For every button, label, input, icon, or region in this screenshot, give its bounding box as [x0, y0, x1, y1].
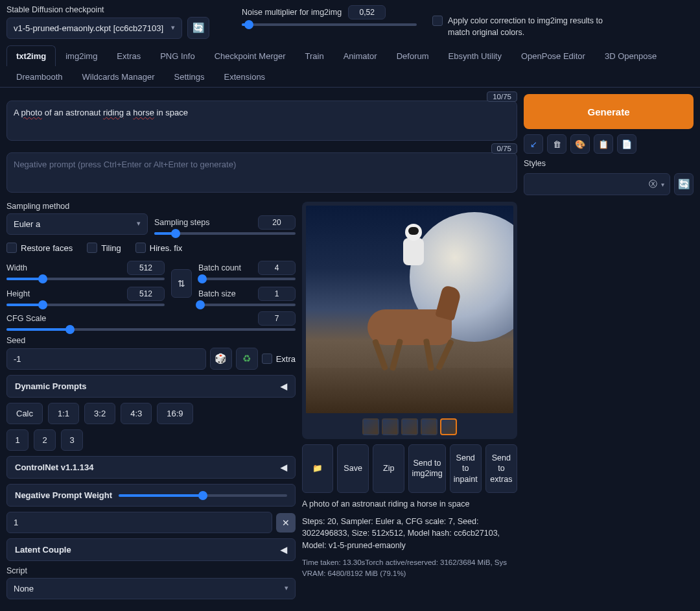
ratio-3:2[interactable]: 3:2 — [84, 403, 115, 424]
negative-prompt-input[interactable]: Negative prompt (press Ctrl+Enter or Alt… — [6, 152, 517, 193]
page-3[interactable]: 3 — [61, 429, 83, 451]
thumbnail[interactable] — [362, 418, 379, 435]
ratio-1:1[interactable]: 1:1 — [48, 403, 79, 424]
width-value[interactable]: 512 — [127, 261, 165, 275]
height-slider[interactable] — [6, 304, 165, 306]
output-caption: A photo of an astronaut riding a horse i… — [302, 498, 517, 510]
sampling-method-label: Sampling method — [6, 202, 148, 211]
ratio-4:3[interactable]: 4:3 — [121, 403, 152, 424]
neg-prompt-counter: 0/75 — [491, 143, 517, 154]
script-select[interactable]: None — [6, 578, 296, 599]
sampling-steps-label: Sampling steps — [154, 218, 209, 227]
width-slider[interactable] — [6, 278, 165, 280]
cfg-value[interactable]: 7 — [258, 311, 296, 326]
random-seed-button[interactable]: 🎲 — [210, 348, 232, 370]
refresh-checkpoint-button[interactable]: 🔄 — [187, 17, 209, 39]
tab-animator[interactable]: Animator — [334, 45, 387, 66]
tab-3d-openpose[interactable]: 3D Openpose — [595, 45, 666, 66]
cfg-slider[interactable] — [6, 328, 296, 331]
page-2[interactable]: 2 — [34, 429, 56, 451]
npw-input[interactable]: 1 — [6, 512, 272, 533]
seed-input[interactable]: -1 — [6, 348, 206, 370]
tab-png-info[interactable]: PNG Info — [150, 45, 204, 66]
trash-icon-button[interactable]: 🗑 — [547, 134, 566, 154]
swap-dimensions-button[interactable]: ⇅ — [171, 269, 192, 298]
palette-icon-button[interactable]: 🎨 — [570, 134, 590, 154]
seed-label: Seed — [6, 336, 296, 345]
thumbnail[interactable] — [421, 418, 438, 435]
thumbnail[interactable] — [401, 418, 418, 435]
thumbnail-selected[interactable] — [440, 418, 457, 435]
tab-dreambooth[interactable]: Dreambooth — [6, 66, 73, 87]
send-img2img-button[interactable]: Send to img2img — [408, 444, 445, 493]
batch-size-value[interactable]: 1 — [258, 287, 296, 301]
refresh-styles-button[interactable]: 🔄 — [674, 173, 694, 195]
noise-slider[interactable] — [242, 23, 417, 26]
prompt-input[interactable]: A photo of an astronaut riding a horse i… — [6, 101, 517, 141]
file-icon-button[interactable]: 📄 — [617, 134, 636, 154]
tiling-label: Tiling — [101, 243, 121, 253]
script-label: Script — [6, 566, 296, 575]
tab-txt2img[interactable]: txt2img — [6, 45, 56, 66]
output-meta: Steps: 20, Sampler: Euler a, CFG scale: … — [302, 516, 517, 552]
tab-extras[interactable]: Extras — [107, 45, 150, 66]
height-value[interactable]: 512 — [127, 287, 165, 301]
batch-count-slider[interactable] — [198, 278, 296, 280]
restore-faces-label: Restore faces — [21, 243, 73, 253]
npw-header: Negative Prompt Weight — [6, 484, 296, 507]
width-label: Width — [6, 263, 27, 272]
tab-wildcards-manager[interactable]: Wildcards Manager — [73, 66, 165, 87]
color-correction-checkbox[interactable] — [432, 16, 443, 26]
tab-deforum[interactable]: Deforum — [387, 45, 439, 66]
restore-faces-checkbox[interactable] — [6, 243, 17, 253]
batch-size-slider[interactable] — [198, 304, 296, 306]
output-image[interactable] — [306, 206, 513, 413]
controlnet-header[interactable]: ControlNet v1.1.134◀ — [6, 456, 296, 479]
cfg-label: CFG Scale — [6, 314, 46, 323]
collapse-left-icon: ◀ — [281, 545, 287, 555]
zip-button[interactable]: Zip — [373, 444, 404, 493]
noise-value[interactable]: 0,52 — [348, 5, 386, 19]
clipboard-icon-button[interactable]: 📋 — [594, 134, 613, 154]
noise-label: Noise multiplier for img2img — [242, 8, 342, 17]
tab-openpose-editor[interactable]: OpenPose Editor — [511, 45, 595, 66]
hires-fix-checkbox[interactable] — [135, 243, 146, 253]
sampling-steps-slider[interactable] — [154, 232, 296, 235]
open-folder-button[interactable]: 📁 — [302, 444, 333, 493]
send-inpaint-button[interactable]: Send to inpaint — [450, 444, 482, 493]
styles-select[interactable]: ⓧ — [524, 173, 670, 195]
extra-checkbox[interactable] — [262, 353, 272, 364]
latent-couple-header[interactable]: Latent Couple◀ — [6, 538, 296, 561]
page-1[interactable]: 1 — [6, 429, 29, 451]
tab-ebsynth-utility[interactable]: Ebsynth Utility — [439, 45, 511, 66]
batch-count-label: Batch count — [198, 263, 241, 272]
ratio-calc[interactable]: Calc — [6, 403, 43, 424]
tab-settings[interactable]: Settings — [165, 66, 215, 87]
tab-img2img[interactable]: img2img — [56, 45, 107, 66]
dynamic-prompts-header[interactable]: Dynamic Prompts◀ — [6, 375, 296, 398]
checkpoint-label: Stable Diffusion checkpoint — [6, 5, 209, 14]
npw-slider[interactable] — [119, 494, 287, 497]
hires-fix-label: Hires. fix — [150, 243, 183, 253]
thumbnail[interactable] — [382, 418, 399, 435]
sampling-steps-value[interactable]: 20 — [258, 215, 296, 230]
extra-label: Extra — [276, 354, 296, 364]
ratio-16:9[interactable]: 16:9 — [157, 403, 192, 424]
styles-clear-icon[interactable]: ⓧ — [649, 178, 657, 190]
tiling-checkbox[interactable] — [87, 243, 97, 253]
tab-extensions[interactable]: Extensions — [215, 66, 275, 87]
batch-count-value[interactable]: 4 — [258, 261, 296, 275]
checkpoint-select[interactable]: v1-5-pruned-emaonly.ckpt [cc6cb27103] — [6, 18, 182, 39]
tab-train[interactable]: Train — [296, 45, 334, 66]
send-extras-button[interactable]: Send to extras — [485, 444, 517, 493]
height-label: Height — [6, 289, 30, 298]
tab-checkpoint-merger[interactable]: Checkpoint Merger — [205, 45, 296, 66]
generate-button[interactable]: Generate — [524, 94, 694, 129]
arrow-icon-button[interactable]: ↙ — [524, 134, 543, 154]
sampling-method-select[interactable]: Euler a — [6, 213, 148, 235]
recycle-seed-button[interactable]: ♻ — [236, 348, 258, 370]
save-button[interactable]: Save — [337, 444, 369, 493]
batch-size-label: Batch size — [198, 289, 236, 298]
output-image-panel: ✕ — [302, 202, 517, 439]
npw-clear-button[interactable]: ✕ — [276, 513, 296, 533]
